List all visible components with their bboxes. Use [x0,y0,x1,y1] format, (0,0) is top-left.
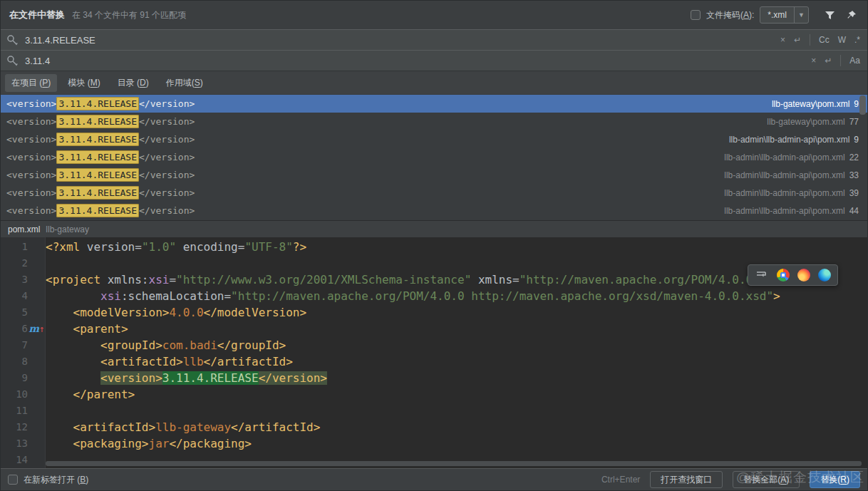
line-number: 4 [1,288,28,304]
code-line[interactable]: 2 [1,255,867,272]
result-row[interactable]: <version>3.11.4.RELEASE</version>llb-adm… [1,184,867,202]
preview-file-name: pom.xml [8,224,40,234]
line-number: 11 [1,403,28,419]
file-mask-checkbox[interactable] [691,10,701,20]
match-highlight: 3.11.4.RELEASE [56,168,139,182]
file-location: llb-gateway\pom.xml77 [767,117,859,127]
match-snippet: <version>3.11.4.RELEASE</version> [6,187,195,198]
result-list: <version>3.11.4.RELEASE</version>llb-gat… [1,94,867,220]
code-line[interactable]: 4 xsi:schemaLocation="http://maven.apach… [1,288,867,304]
editor-preview[interactable]: 1<?xml version="1.0" encoding="UTF-8"?>2… [1,237,867,468]
code-line[interactable]: 12 <artifactId>llb-gateway</artifactId> [1,419,867,435]
replace-icon[interactable] [6,55,19,66]
match-case-toggle[interactable]: Cc [819,35,830,45]
scope-tab-S[interactable]: 作用域(S) [160,74,210,92]
code-line[interactable]: 11 [1,403,867,419]
file-mask-value: *.xml [760,7,794,23]
open-in-new-tab-checkbox[interactable] [8,475,18,485]
line-number: 14 [1,452,28,468]
whole-words-toggle[interactable]: W [838,35,846,45]
result-row[interactable]: <version>3.11.4.RELEASE</version>llb-adm… [1,166,867,184]
replace-button[interactable]: 替换(R) [810,471,860,488]
open-in-new-tab-label: 在新标签打开 (B) [24,474,88,486]
dialog-titlebar: 在文件中替换 在 34 个文件中有 91 个匹配项 文件掩码(A): *.xml… [1,1,867,29]
code-line[interactable]: 7 <groupId>com.badi</groupId> [1,337,867,353]
line-number: 7 [1,337,28,353]
result-row[interactable]: <version>3.11.4.RELEASE</version>llb-adm… [1,130,867,148]
open-find-window-button[interactable]: 打开查找窗口 [650,471,723,488]
regex-toggle[interactable]: .* [854,35,860,45]
insert-newline-icon[interactable]: ↵ [825,56,832,66]
code-line[interactable]: 13 <packaging>jar</packaging> [1,435,867,452]
line-number: 5 [1,304,28,321]
match-highlight: 3.11.4.RELEASE [56,186,139,200]
line-number: 13 [1,435,28,452]
result-row[interactable]: <version>3.11.4.RELEASE</version>llb-adm… [1,148,867,166]
search-input[interactable]: 3.11.4.RELEASE [25,35,95,46]
code-line[interactable]: 6m↑ <parent> [1,321,867,337]
scope-tab-M[interactable]: 模块 (M) [61,74,106,92]
code-line[interactable]: 10 </parent> [1,386,867,403]
preview-module-name: llb-gateway [46,224,89,234]
match-snippet: <version>3.11.4.RELEASE</version> [6,170,195,180]
file-location: llb-admin\llb-admin-api\pom.xml33 [724,170,859,180]
clear-search-icon[interactable]: × [780,35,785,45]
match-snippet: <version>3.11.4.RELEASE</version> [6,134,195,145]
line-number: 10 [1,386,28,403]
preview-header: pom.xml llb-gateway [1,220,867,237]
preserve-case-toggle[interactable]: Aa [849,56,860,66]
insert-newline-icon[interactable]: ↵ [794,35,801,45]
search-field-row: 3.11.4.RELEASE × ↵ Cc W .* [1,29,867,50]
search-icon[interactable] [6,34,19,46]
maven-parent-icon[interactable]: m↑ [28,321,46,337]
code-line[interactable]: 3<project xmlns:xsi="http://www.w3.org/2… [1,272,867,288]
code-line[interactable]: 8 <artifactId>llb</artifactId> [1,353,867,370]
filter-icon[interactable] [822,7,837,23]
file-location: llb-admin\llb-admin-api\pom.xml22 [724,153,859,162]
code-line[interactable]: 1<?xml version="1.0" encoding="UTF-8"?> [1,239,867,255]
match-snippet: <version>3.11.4.RELEASE</version> [6,116,195,127]
scope-tab-D[interactable]: 目录 (D) [111,74,155,92]
line-number: 6 [1,321,28,337]
scope-tabs: 在项目 (P)模块 (M)目录 (D)作用域(S) [1,71,867,94]
file-mask-combobox[interactable]: *.xml ▼ [760,6,809,24]
line-number: 12 [1,419,28,435]
chevron-down-icon[interactable]: ▼ [794,7,808,23]
match-highlight: 3.11.4.RELEASE [56,150,139,164]
code-line[interactable]: 9 <version>3.11.4.RELEASE</version> [1,370,867,386]
pin-icon[interactable] [843,7,859,23]
replace-field-row: 3.11.4 × ↵ Aa [1,50,867,71]
match-highlight: 3.11.4.RELEASE [56,133,139,146]
file-mask-label: 文件掩码(A): [706,9,754,21]
line-number: 8 [1,353,28,370]
match-highlight: 3.11.4.RELEASE [56,204,139,217]
match-snippet: <version>3.11.4.RELEASE</version> [6,152,195,162]
vertical-scrollbar[interactable] [859,95,866,115]
match-snippet: <version>3.11.4.RELEASE</version> [6,98,195,109]
dialog-title: 在文件中替换 [9,9,65,21]
firefox-icon[interactable] [797,269,810,281]
scope-tab-P[interactable]: 在项目 (P) [5,74,57,92]
result-row[interactable]: <version>3.11.4.RELEASE</version>llb-adm… [1,202,867,219]
replace-input[interactable]: 3.11.4 [25,56,50,66]
wrap-icon[interactable] [755,269,769,281]
file-location: llb-gateway\pom.xml9 [772,99,859,109]
edge-icon[interactable] [818,269,831,281]
replace-in-files-dialog: 在文件中替换 在 34 个文件中有 91 个匹配项 文件掩码(A): *.xml… [0,0,868,491]
chrome-icon[interactable] [777,269,790,281]
match-highlight: 3.11.4.RELEASE [56,97,139,110]
match-snippet: <version>3.11.4.RELEASE</version> [6,205,195,216]
dialog-footer: 在新标签打开 (B) Ctrl+Enter 打开查找窗口 替换全部(A) 替换(… [1,468,867,490]
shortcut-hint: Ctrl+Enter [601,475,640,485]
match-summary: 在 34 个文件中有 91 个匹配项 [72,9,186,21]
horizontal-scrollbar[interactable] [46,461,862,466]
clear-replace-icon[interactable]: × [811,56,816,66]
line-number: 3 [1,272,28,288]
result-row[interactable]: <version>3.11.4.RELEASE</version>llb-gat… [1,95,867,113]
line-number: 9 [1,370,28,386]
replace-all-button[interactable]: 替换全部(A) [733,471,800,488]
match-highlight: 3.11.4.RELEASE [56,115,139,128]
result-row[interactable]: <version>3.11.4.RELEASE</version>llb-gat… [1,113,867,130]
code-line[interactable]: 5 <modelVersion>4.0.0</modelVersion> [1,304,867,321]
file-location: llb-admin\llb-admin-api\pom.xml44 [724,206,859,216]
